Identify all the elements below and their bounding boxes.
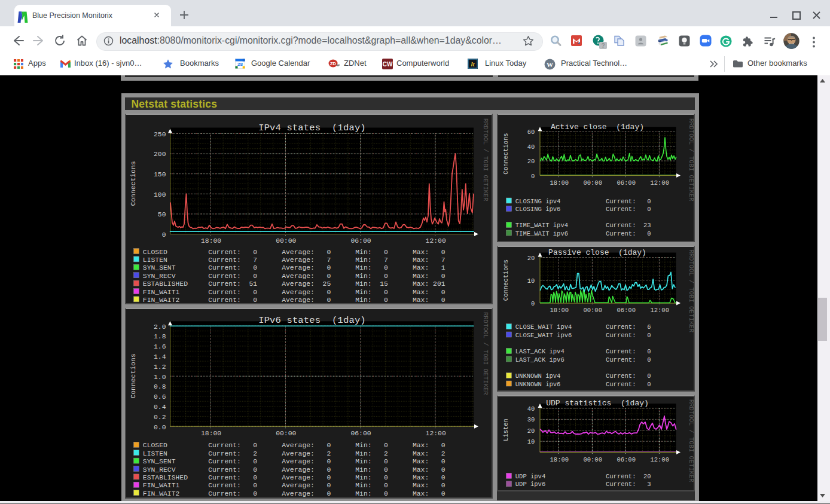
svg-text:ESTABLISHED Current: 51: ESTABLISHED Current: 51 Average: 25 Min:… [143, 280, 445, 288]
svg-text:06:00: 06:00 [617, 179, 636, 187]
svg-text:00:00: 00:00 [583, 179, 602, 187]
svg-text:Connections: Connections [130, 161, 137, 206]
svg-text:10: 10 [527, 277, 535, 284]
svg-text:UDP ipv4 Curren: UDP ipv4 Current: 20 [515, 473, 651, 480]
svg-text:18:00: 18:00 [201, 430, 221, 437]
svg-text:Passive close (1day): Passive close (1day) [548, 248, 646, 257]
svg-text:20: 20 [527, 254, 535, 261]
svg-text:0: 0 [531, 173, 535, 180]
svg-text:CLOSING ipv4 Curren: CLOSING ipv4 Current: 0 [515, 198, 651, 205]
svg-text:10: 10 [527, 438, 535, 445]
svg-text:100: 100 [154, 191, 166, 198]
svg-text:18:00: 18:00 [550, 456, 569, 463]
svg-text:12:00: 12:00 [650, 179, 669, 187]
svg-text:0.0: 0.0 [154, 424, 166, 431]
svg-text:1.0: 1.0 [154, 374, 166, 381]
svg-text:LAST_ACK ipv6 Curren: LAST_ACK ipv6 Current: 0 [515, 356, 651, 363]
svg-text:0.6: 0.6 [154, 393, 166, 401]
svg-text:0: 0 [531, 300, 535, 307]
svg-text:00:00: 00:00 [276, 430, 296, 437]
svg-text:50: 50 [158, 211, 166, 218]
svg-text:00:00: 00:00 [583, 456, 602, 463]
svg-text:ESTABLISHED Current: 0: ESTABLISHED Current: 0 Average: 0 Min: 0… [143, 474, 445, 481]
svg-text:0.2: 0.2 [154, 414, 166, 421]
svg-text:Listen: Listen [502, 419, 509, 441]
svg-text:06:00: 06:00 [617, 456, 636, 463]
svg-text:18:00: 18:00 [201, 237, 221, 245]
svg-text:40: 40 [527, 143, 535, 151]
svg-text:60: 60 [527, 129, 535, 136]
svg-text:CW: CW [383, 61, 393, 68]
svg-text:12:00: 12:00 [650, 456, 669, 463]
svg-text:250: 250 [154, 131, 166, 138]
svg-text:LISTEN Current: 2: LISTEN Current: 2 Average: 2 Min: 2 Max:… [143, 450, 445, 457]
svg-text:1.2: 1.2 [154, 364, 166, 371]
svg-text:CLOSE_WAIT ipv4 Curren: CLOSE_WAIT ipv4 Current: 6 [515, 323, 651, 331]
svg-text:UNKNOWN ipv6 Curren: UNKNOWN ipv6 Current: 0 [515, 380, 651, 387]
svg-text:LAST_ACK ipv4 Curren: LAST_ACK ipv4 Current: 0 [515, 348, 651, 355]
svg-text:?: ? [601, 42, 605, 49]
svg-text:LISTEN Current: 7: LISTEN Current: 7 Average: 7 Min: 7 Max:… [143, 256, 445, 264]
svg-text:UDP ipv6 Curren: UDP ipv6 Current: 3 [515, 481, 651, 488]
svg-text:CLOSED Current: 0: CLOSED Current: 0 Average: 0 Min: 0 Max:… [143, 442, 445, 449]
svg-text:12:00: 12:00 [426, 430, 446, 437]
svg-text:28: 28 [237, 62, 243, 67]
svg-text:UNKNOWN ipv4 Curren: UNKNOWN ipv4 Current: 0 [515, 372, 651, 380]
svg-text:18:00: 18:00 [550, 307, 569, 314]
svg-text:SYN_RECV Current: 0: SYN_RECV Current: 0 Average: 0 Min: 0 Ma… [143, 466, 445, 474]
svg-text:IPv6 states (1day): IPv6 states (1day) [258, 315, 366, 326]
svg-text:18:00: 18:00 [550, 179, 569, 187]
svg-text:0.4: 0.4 [154, 404, 166, 411]
svg-text:Active close (1day): Active close (1day) [551, 123, 644, 132]
svg-text:00:00: 00:00 [276, 237, 296, 245]
svg-text:1.4: 1.4 [154, 353, 166, 361]
svg-text:FIN_WAIT2 Current: 0: FIN_WAIT2 Current: 0 Average: 0 Min: 0 M… [143, 297, 445, 304]
svg-text:Connections: Connections [502, 133, 509, 174]
svg-text:RRDTOOL / TOBI OETIKER: RRDTOOL / TOBI OETIKER [688, 249, 695, 332]
svg-text:30: 30 [527, 416, 535, 423]
svg-text:FIN_WAIT2 Current: 0: FIN_WAIT2 Current: 0 Average: 0 Min: 0 M… [143, 490, 445, 497]
svg-text:CLOSED Current: 0: CLOSED Current: 0 Average: 0 Min: 0 Max:… [143, 249, 445, 256]
svg-text:TIME_WAIT ipv6 Curren: TIME_WAIT ipv6 Current: 0 [515, 230, 651, 237]
svg-text:SYN_SENT Current: 0: SYN_SENT Current: 0 Average: 0 Min: 0 Ma… [143, 458, 445, 465]
svg-text:SYN_SENT Current: 0: SYN_SENT Current: 0 Average: 0 Min: 0 Ma… [143, 264, 445, 271]
svg-text:lt: lt [471, 60, 475, 68]
svg-text:CLOSE_WAIT ipv6 Curren: CLOSE_WAIT ipv6 Current: 0 [515, 331, 651, 338]
svg-text:W: W [547, 61, 553, 68]
svg-text:150: 150 [154, 171, 166, 178]
svg-text:RRDTOOL / TOBI OETIKER: RRDTOOL / TOBI OETIKER [688, 399, 695, 482]
svg-text:1.8: 1.8 [154, 333, 166, 340]
svg-text:06:00: 06:00 [350, 430, 371, 437]
svg-text:TIME_WAIT ipv4 Curren: TIME_WAIT ipv4 Current: 23 [515, 222, 651, 229]
svg-text:RRDTOOL / TOBI OETIKER: RRDTOOL / TOBI OETIKER [482, 118, 489, 201]
svg-text:0.8: 0.8 [154, 383, 166, 390]
svg-text:06:00: 06:00 [350, 237, 371, 245]
svg-text:200: 200 [154, 151, 166, 158]
svg-text:FIN_WAIT1 Current: 0: FIN_WAIT1 Current: 0 Average: 0 Min: 0 M… [143, 289, 445, 296]
svg-text:0: 0 [162, 231, 166, 239]
svg-text:RRDTOOL / TOBI OETIKER: RRDTOOL / TOBI OETIKER [688, 118, 695, 201]
svg-text:CLOSING ipv6 Curren: CLOSING ipv6 Current: 0 [515, 206, 651, 213]
svg-text:06:00: 06:00 [617, 307, 636, 314]
svg-text:20: 20 [527, 427, 535, 435]
svg-text:IPv4 states (1day): IPv4 states (1day) [258, 123, 366, 133]
svg-text:00:00: 00:00 [583, 307, 602, 314]
svg-text:SYN_RECV Current: 0: SYN_RECV Current: 0 Average: 0 Min: 0 Ma… [143, 273, 445, 280]
svg-text:ZD: ZD [330, 61, 337, 66]
svg-text:12:00: 12:00 [650, 307, 669, 314]
svg-text:Connections: Connections [130, 353, 137, 398]
svg-text:UDP statistics (1day): UDP statistics (1day) [546, 399, 649, 408]
svg-text:12:00: 12:00 [426, 237, 446, 245]
svg-text:2.0: 2.0 [154, 323, 166, 331]
svg-text:40: 40 [527, 405, 535, 413]
svg-text:20: 20 [527, 158, 535, 165]
svg-text:Connections: Connections [502, 259, 509, 300]
svg-text:FIN_WAIT1 Current: 0: FIN_WAIT1 Current: 0 Average: 0 Min: 0 M… [143, 482, 445, 489]
svg-text:RRDTOOL / TOBI OETIKER: RRDTOOL / TOBI OETIKER [482, 312, 489, 395]
svg-text:1.6: 1.6 [154, 343, 166, 350]
